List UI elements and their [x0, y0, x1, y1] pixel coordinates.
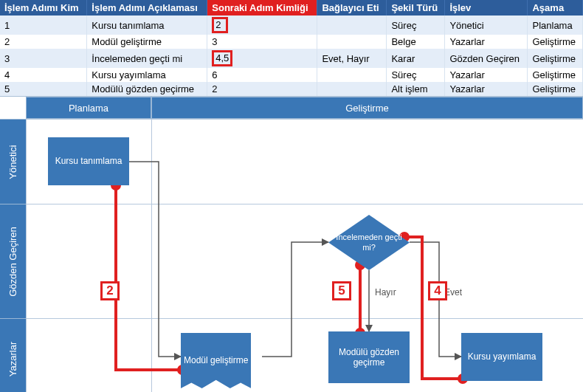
phase-planning: Planlama [26, 97, 151, 119]
cell-step-desc: Kursu yayımlama [87, 68, 207, 82]
cell-shape: Belge [387, 35, 445, 49]
cell-next-step: 4,5 [207, 49, 317, 68]
cell-connector [317, 16, 387, 35]
col-connector: Bağlayıcı Eti [317, 0, 387, 16]
annotation-5: 5 [332, 281, 351, 300]
table-row: 1Kursu tanımlama2SüreçYöneticiPlanlama [0, 16, 583, 35]
cell-phase: Geliştirme [528, 49, 583, 68]
cell-phase: Planlama [528, 16, 583, 35]
cell-next-step: 2 [207, 16, 317, 35]
next-step-highlight: 4,5 [212, 50, 232, 66]
cell-function: Yazarlar [445, 35, 528, 49]
cell-step-desc: Modül geliştirme [87, 35, 207, 49]
cell-function: Gözden Geçiren [445, 49, 528, 68]
col-shape-type: Şekil Türü [387, 0, 445, 16]
annotation-4: 4 [428, 281, 447, 300]
step-table: İşlem Adımı Kim İşlem Adımı Açıklaması S… [0, 0, 583, 96]
col-phase: Aşama [528, 0, 583, 16]
cell-step-id: 5 [0, 82, 87, 96]
cell-step-desc: Modülü gözden geçirme [87, 82, 207, 96]
cell-function: Yazarlar [445, 82, 528, 96]
lane-writers: Yazarlar [0, 318, 26, 392]
cell-shape: Süreç [387, 16, 445, 35]
swimlane-diagram: Planlama Geliştirme Yönetici Gözden Geçi… [0, 96, 583, 392]
col-step-desc: İşlem Adımı Açıklaması [87, 0, 207, 16]
cell-shape: Karar [387, 49, 445, 68]
shape-develop-module: Modül geliştirme [181, 333, 251, 388]
table-row: 5Modülü gözden geçirme2Alt işlemYazarlar… [0, 82, 583, 96]
cell-step-desc: İncelemeden geçti mi [87, 49, 207, 68]
cell-connector: Evet, Hayır [317, 49, 387, 68]
table-row: 4Kursu yayımlama6SüreçYazarlarGeliştirme [0, 68, 583, 82]
cell-next-step: 2 [207, 82, 317, 96]
cell-phase: Geliştirme [528, 35, 583, 49]
annotation-2: 2 [100, 281, 120, 300]
shape-review-module: Modülü gözden geçirme [328, 331, 410, 383]
cell-next-step: 6 [207, 68, 317, 82]
shape-define-course: Kursu tanımlama [48, 137, 129, 185]
col-step-id: İşlem Adımı Kim [0, 0, 87, 16]
lane-manager: Yönetici [0, 119, 26, 204]
cell-step-desc: Kursu tanımlama [87, 16, 207, 35]
cell-shape: Alt işlem [387, 82, 445, 96]
cell-function: Yazarlar [445, 68, 528, 82]
cell-connector [317, 68, 387, 82]
lane-reviewer: Gözden Geçiren [0, 204, 26, 318]
cell-function: Yönetici [445, 16, 528, 35]
cell-connector [317, 82, 387, 96]
cell-shape: Süreç [387, 68, 445, 82]
cell-phase: Geliştirme [528, 82, 583, 96]
cell-step-id: 2 [0, 35, 87, 49]
cell-step-id: 1 [0, 16, 87, 35]
col-function: İşlev [445, 0, 528, 16]
phase-development: Geliştirme [151, 97, 583, 119]
edge-label-no: Hayır [375, 287, 396, 298]
table-row: 3İncelemeden geçti mi4,5Evet, HayırKarar… [0, 49, 583, 68]
col-next-step: Sonraki Adım Kimliği [207, 0, 317, 16]
shape-publish-course: Kursu yayımlama [461, 333, 542, 381]
cell-phase: Geliştirme [528, 68, 583, 82]
table-row: 2Modül geliştirme3BelgeYazarlarGeliştirm… [0, 35, 583, 49]
shape-passed-review: İncelemeden geçti mi? [328, 215, 410, 270]
cell-step-id: 3 [0, 49, 87, 68]
next-step-highlight: 2 [212, 17, 228, 33]
cell-next-step: 3 [207, 35, 317, 49]
cell-step-id: 4 [0, 68, 87, 82]
cell-connector [317, 35, 387, 49]
